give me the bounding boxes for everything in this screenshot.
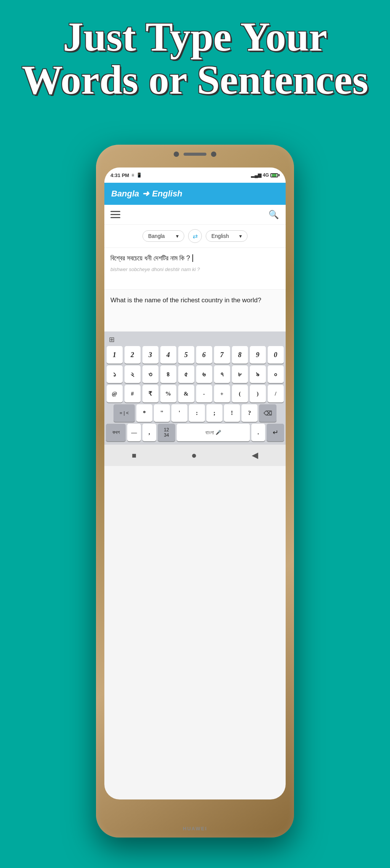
input-area[interactable]: বিশ্বের সবচেয়ে ধনী দেশটির নাম কি ? bish…	[104, 248, 286, 290]
kb-key-squote[interactable]: '	[171, 404, 187, 422]
signal-bars: ▂▄▆	[251, 172, 261, 178]
cursor	[190, 254, 193, 262]
kb-key-delete[interactable]: ⌫	[259, 404, 277, 422]
transliteration-text: bishwer sobcheye dhoni deshtir nam ki ?	[110, 266, 280, 272]
source-lang-label: Bangla	[148, 233, 165, 239]
kb-key-bn0[interactable]: ০	[268, 365, 284, 383]
kb-key-colon[interactable]: :	[189, 404, 205, 422]
kb-key-slash[interactable]: /	[268, 385, 284, 402]
space-key-label: বাংলা	[205, 429, 214, 436]
kb-key-9[interactable]: 9	[250, 346, 266, 364]
source-lang-dropdown-icon: ▾	[176, 233, 179, 239]
battery-indicator	[270, 173, 280, 177]
hamburger-line1	[110, 211, 120, 212]
mic-icon: 🎤	[216, 430, 221, 435]
kb-key-bn6[interactable]: ৬	[196, 365, 212, 383]
kb-key-7[interactable]: 7	[214, 346, 230, 364]
kb-key-em-dash[interactable]: —	[127, 424, 141, 441]
kb-key-semicolon[interactable]: ;	[206, 404, 222, 422]
bangla-text-content: বিশ্বের সবচেয়ে ধনী দেশটির নাম কি ?	[110, 254, 190, 262]
app-title: Bangla ➜ English	[111, 189, 182, 199]
kb-key-4[interactable]: 4	[160, 346, 176, 364]
keyboard-top-bar: ⊞	[106, 333, 284, 346]
front-camera	[174, 152, 179, 157]
source-language-selector[interactable]: Bangla ▾	[142, 230, 184, 242]
dest-language-selector[interactable]: English ▾	[206, 230, 248, 242]
whatsapp-icon: 📱	[136, 172, 142, 178]
kb-key-question[interactable]: ?	[241, 404, 257, 422]
kb-key-numbers-toggle[interactable]: 1234	[158, 424, 175, 441]
phone-sensor	[211, 152, 216, 157]
kb-key-misc[interactable]: = | <	[113, 404, 135, 422]
kb-key-6[interactable]: 6	[196, 346, 212, 364]
kb-key-dquote[interactable]: "	[154, 404, 170, 422]
source-lang-title: Bangla	[111, 189, 139, 199]
kb-key-bn2[interactable]: ২	[125, 365, 141, 383]
translation-output: What is the name of the richest country …	[104, 290, 286, 332]
kb-key-bn9[interactable]: ৯	[250, 365, 266, 383]
header-line1: Just Type Your	[63, 14, 327, 59]
app-titlebar: Bangla ➜ English	[104, 183, 286, 205]
kb-key-5[interactable]: 5	[178, 346, 194, 364]
swap-language-button[interactable]: ⇄	[188, 229, 202, 243]
arrow-icon: ➜	[142, 189, 149, 199]
dest-lang-dropdown-icon: ▾	[239, 233, 242, 239]
kb-key-minus[interactable]: -	[196, 385, 212, 402]
kb-key-rupee[interactable]: ₹	[142, 385, 158, 402]
kb-key-3[interactable]: 3	[142, 346, 158, 364]
time-display: 4:31 PM	[110, 172, 129, 178]
kb-key-percent[interactable]: %	[160, 385, 176, 402]
hamburger-line2	[110, 214, 120, 215]
keyboard-row-bottom: কখগ — , 1234 বাংলা 🎤 . ↵	[106, 424, 284, 441]
kb-key-bn5[interactable]: ৫	[178, 365, 194, 383]
kb-key-bn4[interactable]: ৪	[160, 365, 176, 383]
kb-key-bn1[interactable]: ১	[107, 365, 123, 383]
keyboard-row-special: = | < * " ' : ; ! ? ⌫	[106, 404, 284, 422]
status-left: 4:31 PM ≡ 📱	[110, 172, 142, 178]
kb-key-exclaim[interactable]: !	[224, 404, 240, 422]
kb-key-rparen[interactable]: )	[250, 385, 266, 402]
menu-button[interactable]	[110, 211, 120, 218]
kb-key-hash[interactable]: #	[125, 385, 141, 402]
kb-key-0[interactable]: 0	[268, 346, 284, 364]
keyboard-row-symbols: @ # ₹ % & - + ( ) /	[106, 385, 284, 402]
nav-recent-apps[interactable]: ■	[132, 451, 136, 460]
keyboard-row-numbers: 1 2 3 4 5 6 7 8 9 0	[106, 346, 284, 364]
kb-key-8[interactable]: 8	[232, 346, 248, 364]
network-type: 4G	[263, 172, 269, 178]
kb-key-bangla-switch[interactable]: কখগ	[106, 424, 126, 441]
kb-key-star[interactable]: *	[136, 404, 152, 422]
header-section: Just Type Your Words or Sentences	[0, 15, 390, 102]
kb-key-2[interactable]: 2	[125, 346, 141, 364]
kb-key-period[interactable]: .	[251, 424, 265, 441]
app-toolbar: 🔍	[104, 205, 286, 225]
phone-brand: HUAWEI	[183, 826, 207, 831]
kb-key-space[interactable]: বাংলা 🎤	[177, 424, 250, 441]
search-button[interactable]: 🔍	[267, 209, 280, 221]
header-line2: Words or Sentences	[22, 57, 368, 102]
phone-speaker	[184, 153, 206, 156]
keyboard[interactable]: ⊞ 1 2 3 4 5 6 7 8 9 0 ১ ২ ৩ ৪ ৫	[104, 332, 286, 445]
kb-key-bn3[interactable]: ৩	[142, 365, 158, 383]
nav-home[interactable]: ●	[191, 450, 197, 461]
translated-text: What is the name of the richest country …	[110, 295, 280, 305]
kb-key-at[interactable]: @	[107, 385, 123, 402]
kb-key-1[interactable]: 1	[107, 346, 123, 364]
nav-back[interactable]: ◀	[252, 450, 258, 460]
kb-key-ampersand[interactable]: &	[178, 385, 194, 402]
kb-key-lparen[interactable]: (	[232, 385, 248, 402]
header-title: Just Type Your Words or Sentences	[11, 15, 379, 102]
keyboard-grid-icon[interactable]: ⊞	[109, 335, 115, 344]
kb-key-enter[interactable]: ↵	[267, 424, 284, 441]
kb-key-bn7[interactable]: ৭	[214, 365, 230, 383]
wifi-icon: ≡	[131, 172, 134, 178]
kb-key-bn8[interactable]: ৮	[232, 365, 248, 383]
kb-key-comma[interactable]: ,	[142, 424, 156, 441]
kb-key-plus[interactable]: +	[214, 385, 230, 402]
dest-lang-label: English	[211, 233, 229, 239]
bangla-input-text: বিশ্বের সবচেয়ে ধনী দেশটির নাম কি ?	[110, 253, 280, 263]
language-selector-row: Bangla ▾ ⇄ English ▾	[104, 225, 286, 248]
dest-lang-title: English	[152, 189, 182, 199]
keyboard-row-bangla-numbers: ১ ২ ৩ ৪ ৫ ৬ ৭ ৮ ৯ ০	[106, 365, 284, 383]
status-right: ▂▄▆ 4G	[251, 172, 280, 178]
